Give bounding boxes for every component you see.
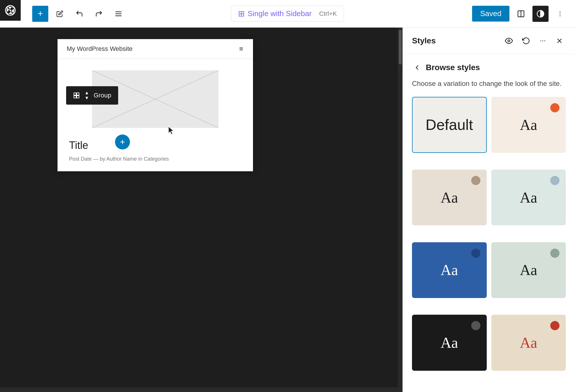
style-card-tan[interactable]: Aa [491,315,566,371]
style-card-tan-label: Aa [520,334,537,351]
cool-accent-circle [550,176,559,185]
block-drag-handle[interactable] [71,90,82,101]
site-header: My WordPress Website ≡ [57,39,253,59]
template-icon: ⊞ [238,9,245,18]
style-card-dark-inner: Aa [413,315,486,370]
svg-point-7 [560,13,561,14]
browse-styles-title: Browse styles [426,63,480,72]
style-card-default-label: Default [425,116,473,133]
svg-point-16 [545,41,545,41]
style-card-blue[interactable]: Aa [412,242,487,298]
styles-panel: Styles [402,28,575,392]
style-card-warm2-label: Aa [440,189,458,206]
block-toolbar: ▲ ▼ Group [66,86,118,105]
keyboard-shortcut-label: Ctrl+K [319,10,337,18]
style-card-sage[interactable]: Aa [491,242,566,298]
style-card-default[interactable]: Default [412,97,487,153]
block-mover[interactable]: ▲ ▼ [85,90,89,100]
horizontal-scrollbar[interactable] [0,387,398,392]
style-card-warm-label: Aa [520,116,537,133]
style-card-cool-inner: Aa [492,170,566,225]
main-content: ▲ ▼ Group My WordPress Website ≡ Title P… [0,28,575,392]
hamburger-icon: ≡ [239,45,244,53]
add-block-button[interactable]: + [32,6,48,22]
vertical-scrollbar[interactable] [398,28,402,392]
preview-styles-button[interactable] [503,34,515,47]
style-card-dark[interactable]: Aa [412,315,487,371]
panel-header-actions [503,34,566,47]
style-card-cool-label: Aa [520,189,537,206]
sage-accent-circle [550,249,559,258]
move-up-icon[interactable]: ▲ [85,90,89,95]
content-area: Title Post Date — by Author Name in Cate… [57,70,253,171]
view-toggle-button[interactable] [513,6,529,22]
move-down-icon[interactable]: ▼ [85,95,89,101]
style-grid: Default Aa Aa Aa [403,97,575,392]
style-card-sage-label: Aa [520,262,537,278]
save-button[interactable]: Saved [472,6,509,22]
dark-accent-circle [471,321,480,330]
svg-rect-9 [74,93,76,95]
style-card-default-inner: Default [413,97,486,152]
tan-accent-circle [550,321,559,330]
svg-point-6 [560,11,561,12]
warm-accent-circle [550,103,559,112]
style-card-warm2-inner: Aa [413,170,486,225]
style-card-warm2[interactable]: Aa [412,170,487,226]
svg-rect-10 [77,93,79,95]
wp-logo-icon [4,4,17,17]
style-card-blue-label: Aa [440,262,458,278]
template-selector: ⊞ Single with Sidebar Ctrl+K [231,6,344,22]
svg-point-8 [560,15,561,16]
post-title: Title [57,139,253,156]
browse-styles-header: Browse styles [403,54,575,78]
undo-button[interactable] [71,6,87,22]
svg-point-15 [543,41,543,41]
insert-block-button[interactable]: + [115,134,130,149]
back-button[interactable] [412,62,422,73]
style-history-button[interactable] [520,34,532,47]
post-meta: Post Date — by Author Name in Categories [57,156,253,171]
style-card-warm-inner: Aa [492,97,566,152]
svg-rect-12 [77,96,79,98]
browse-description: Choose a variation to change the look of… [403,78,575,97]
panel-more-button[interactable] [537,35,549,47]
redo-button[interactable] [91,6,107,22]
main-toolbar: + [0,0,575,28]
style-card-blue-inner: Aa [413,243,486,298]
close-panel-button[interactable] [553,34,566,47]
template-name-label: Single with Sidebar [248,9,312,18]
scroll-thumb [399,30,402,64]
style-card-warm[interactable]: Aa [491,97,566,153]
blue-accent-circle [471,249,480,258]
warm2-accent-circle [471,176,480,185]
toolbar-left: + [32,6,126,22]
more-options-button[interactable] [552,6,568,22]
page-preview: My WordPress Website ≡ Title Post Date —… [57,39,253,171]
wp-logo[interactable] [0,0,21,21]
block-type-label: Group [91,92,114,99]
style-card-dark-label: Aa [440,334,458,351]
list-view-button[interactable] [110,6,126,22]
svg-rect-11 [74,96,76,98]
panel-title: Styles [412,36,436,45]
style-card-sage-inner: Aa [492,243,566,298]
svg-point-14 [540,41,541,41]
edit-tool-button[interactable] [52,6,68,22]
template-button[interactable]: ⊞ Single with Sidebar Ctrl+K [231,6,344,22]
style-card-cool[interactable]: Aa [491,170,566,226]
svg-point-13 [508,40,510,42]
toolbar-right: Saved [472,6,568,22]
canvas-area[interactable]: ▲ ▼ Group My WordPress Website ≡ Title P… [0,28,402,392]
site-title: My WordPress Website [67,45,133,53]
contrast-button[interactable] [532,6,549,22]
style-card-tan-inner: Aa [492,315,566,370]
panel-header: Styles [403,28,575,54]
